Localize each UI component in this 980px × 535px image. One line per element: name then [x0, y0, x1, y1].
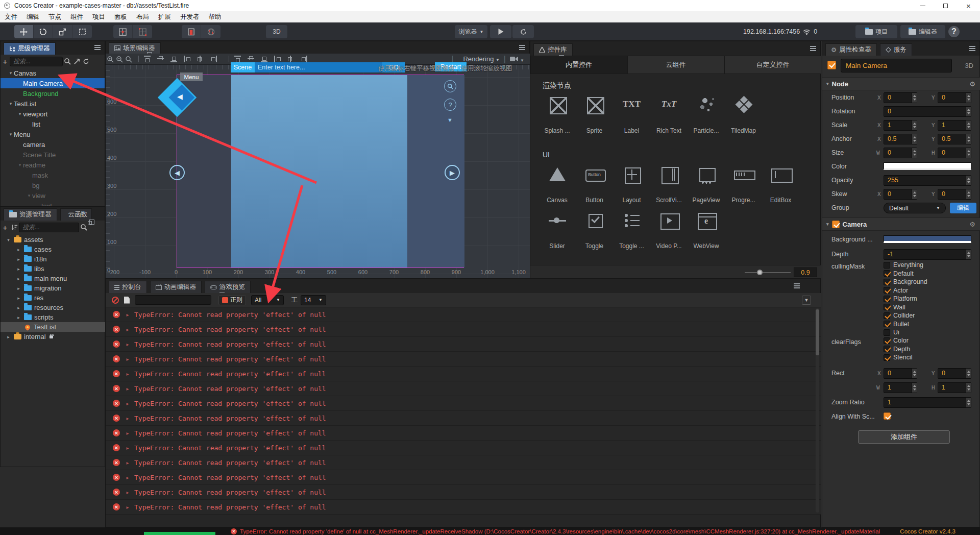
zoom-value[interactable]: 0.9: [794, 268, 817, 277]
expand-arrow-icon[interactable]: ▸: [16, 286, 21, 291]
maximize-button[interactable]: [934, 0, 957, 11]
spinner-icon[interactable]: [912, 134, 917, 144]
font-size-dropdown[interactable]: 14▼: [301, 295, 326, 305]
expand-arrow-icon[interactable]: ▸: [16, 276, 21, 281]
tab-assets[interactable]: 资源管理器: [4, 208, 57, 221]
node-name-field[interactable]: Main Camera: [841, 59, 952, 72]
expand-arrow-icon[interactable]: ▸: [16, 296, 21, 301]
console-log-row[interactable]: ✕ ▸ TypeError: Cannot read property 'eff…: [106, 381, 821, 396]
menu-item[interactable]: 帮助: [204, 13, 226, 21]
culling-option[interactable]: Actor: [884, 286, 927, 295]
position-y-field[interactable]: 0: [938, 92, 971, 103]
tab-custom-widgets[interactable]: 自定义控件: [724, 56, 821, 74]
hierarchy-search-input[interactable]: [10, 57, 63, 66]
console-log-row[interactable]: ✕ ▸ TypeError: Cannot read property 'eff…: [106, 470, 821, 485]
expand-arrow-icon[interactable]: ▸: [124, 504, 131, 510]
expand-arrow-icon[interactable]: ▸: [124, 312, 131, 318]
asset-row[interactable]: ▸ cases: [1, 245, 106, 254]
checkbox[interactable]: [884, 321, 890, 327]
tab-animation-editor[interactable]: 动画编辑器: [150, 281, 202, 293]
scale-tool-button[interactable]: [53, 25, 72, 38]
widget-item[interactable]: Video P...: [650, 210, 688, 250]
widget-item[interactable]: Sprite: [576, 94, 613, 134]
hierarchy-node[interactable]: text: [1, 201, 105, 207]
open-project-button[interactable]: 项目: [855, 25, 897, 38]
rotate-tool-button[interactable]: [34, 25, 53, 38]
clear-flag-option[interactable]: Depth: [884, 345, 913, 354]
console-log-row[interactable]: ✕ ▸ TypeError: Cannot read property 'eff…: [106, 322, 821, 337]
assets-search-input[interactable]: [19, 223, 79, 232]
rotation-field[interactable]: 0: [884, 106, 971, 117]
help-button[interactable]: ?: [948, 26, 960, 37]
console-log-row[interactable]: ✕ ▸ TypeError: Cannot read property 'eff…: [106, 455, 821, 470]
position-x-field[interactable]: 0: [884, 92, 917, 103]
tab-widget-library[interactable]: 控件库: [533, 43, 573, 56]
zoom-slider-track[interactable]: [745, 272, 791, 273]
refresh-button[interactable]: [512, 25, 534, 38]
culling-option[interactable]: Everything: [884, 261, 927, 270]
expand-arrow-icon[interactable]: ▸: [124, 416, 131, 421]
menu-item[interactable]: 编辑: [22, 13, 44, 21]
tab-cloud-widgets[interactable]: 云组件: [627, 56, 724, 74]
asset-row[interactable]: ▸ resources: [1, 303, 106, 312]
culling-option[interactable]: Ui: [884, 328, 927, 337]
spinner-icon[interactable]: [912, 369, 917, 378]
play-button[interactable]: [490, 25, 511, 38]
clear-flag-option[interactable]: Color: [884, 336, 913, 345]
widget-item[interactable]: PageView: [688, 164, 725, 204]
hierarchy-node[interactable]: Scene Title: [1, 150, 105, 160]
spinner-icon[interactable]: [912, 93, 917, 103]
game-text-input[interactable]: [255, 62, 382, 72]
rect-y-field[interactable]: 0: [938, 368, 971, 379]
console-filter-input[interactable]: [135, 295, 211, 305]
hierarchy-node[interactable]: mask: [1, 170, 105, 180]
asset-row[interactable]: TestList: [1, 322, 106, 332]
menu-item[interactable]: 开发者: [176, 13, 204, 21]
spinner-icon[interactable]: [966, 189, 971, 199]
rect-w-field[interactable]: 1: [884, 382, 917, 393]
tab-cloud-functions[interactable]: 云函数: [60, 208, 92, 221]
menu-item[interactable]: 节点: [44, 13, 66, 21]
gear-icon[interactable]: ⚙: [969, 80, 975, 88]
console-scrollbar[interactable]: [816, 308, 819, 513]
add-asset-button[interactable]: +: [1, 223, 10, 232]
menu-item[interactable]: 文件: [0, 13, 22, 21]
log-level-dropdown[interactable]: All▼: [251, 295, 284, 305]
expand-arrow-icon[interactable]: ▸: [6, 334, 11, 339]
hierarchy-node[interactable]: ▾ TestList: [1, 99, 105, 109]
widget-item[interactable]: EditBox: [762, 164, 799, 204]
console-log-row[interactable]: ✕ ▸ TypeError: Cannot read property 'eff…: [106, 485, 821, 500]
widget-item[interactable]: Layout: [613, 164, 650, 204]
globe-view-button[interactable]: [201, 25, 220, 38]
checkbox[interactable]: [884, 270, 890, 277]
chevron-down-icon[interactable]: ▼: [447, 117, 453, 123]
spinner-icon[interactable]: [912, 148, 917, 158]
expand-arrow-icon[interactable]: ▾: [26, 193, 32, 198]
widget-item[interactable]: Label: [613, 94, 650, 134]
widget-item[interactable]: WebView: [688, 210, 725, 250]
checkbox[interactable]: [884, 337, 890, 344]
hierarchy-node[interactable]: ▾ Canvas: [1, 68, 105, 78]
widget-item[interactable]: Toggle ...: [613, 210, 650, 250]
expand-arrow-icon[interactable]: ▾: [8, 101, 14, 106]
widget-item[interactable]: Progre...: [725, 164, 762, 204]
expand-arrow-icon[interactable]: ▸: [16, 266, 21, 272]
tab-builtin-widgets[interactable]: 内置控件: [530, 56, 627, 74]
expand-arrow-icon[interactable]: ▾: [8, 70, 14, 76]
widget-item[interactable]: Button: [576, 164, 613, 204]
widget-item[interactable]: Toggle: [576, 210, 613, 250]
camera-section-header[interactable]: ▾ Camera ⚙: [822, 217, 980, 231]
asset-row[interactable]: ▸ res: [1, 293, 106, 303]
opacity-field[interactable]: 255: [884, 175, 971, 186]
scale-y-field[interactable]: 1: [938, 120, 971, 131]
menu-item[interactable]: 扩展: [154, 13, 176, 21]
move-tool-button[interactable]: [14, 25, 34, 38]
hierarchy-node[interactable]: camera: [1, 139, 105, 150]
culling-option[interactable]: Collider: [884, 311, 927, 320]
spinner-icon[interactable]: [966, 176, 971, 185]
asset-row[interactable]: ▸ migration: [1, 283, 106, 293]
regex-toggle[interactable]: 正则: [218, 295, 246, 305]
clear-flag-option[interactable]: Stencil: [884, 353, 913, 362]
expand-arrow-icon[interactable]: ▸: [124, 460, 131, 466]
hierarchy-node[interactable]: bg: [1, 180, 105, 190]
